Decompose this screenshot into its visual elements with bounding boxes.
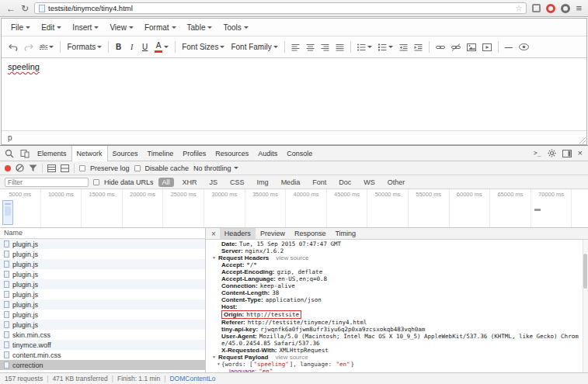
- tab-elements[interactable]: Elements: [33, 146, 71, 161]
- filter-pill-all[interactable]: All: [158, 178, 174, 187]
- request-row[interactable]: plugin.js: [0, 279, 205, 289]
- undo-button[interactable]: [5, 40, 21, 55]
- bullet-list-button[interactable]: [354, 40, 375, 55]
- details-tab-headers[interactable]: Headers: [220, 228, 256, 239]
- record-extension-icon[interactable]: [546, 4, 555, 13]
- align-right-button[interactable]: [318, 40, 332, 55]
- request-row[interactable]: skin.min.css: [0, 330, 205, 340]
- name-column-header[interactable]: Name: [0, 228, 205, 239]
- request-row[interactable]: plugin.js: [0, 289, 205, 299]
- disclosure-triangle-icon[interactable]: ▼: [217, 361, 221, 368]
- preserve-log-label[interactable]: Preserve log: [90, 164, 130, 172]
- tab-profiles[interactable]: Profiles: [178, 146, 210, 161]
- tab-audits[interactable]: Audits: [253, 146, 282, 161]
- request-row[interactable]: plugin.js: [0, 320, 205, 330]
- inspect-element-button[interactable]: [2, 146, 17, 161]
- request-row[interactable]: plugin.js: [0, 299, 205, 310]
- insert-image-button[interactable]: [464, 40, 479, 55]
- text-color-button[interactable]: A: [151, 40, 172, 55]
- dock-side-icon[interactable]: [562, 150, 572, 157]
- menu-insert[interactable]: Insert: [67, 21, 104, 34]
- menu-view[interactable]: View: [104, 21, 139, 34]
- tab-resources[interactable]: Resources: [210, 146, 253, 161]
- element-path[interactable]: p: [8, 133, 12, 142]
- menu-file[interactable]: File: [5, 21, 36, 34]
- request-row[interactable]: plugin.js: [0, 310, 205, 320]
- view-source-link[interactable]: view source: [275, 354, 308, 361]
- filter-pill-css[interactable]: CSS: [226, 178, 249, 187]
- font-sizes-dropdown[interactable]: Font Sizes: [179, 40, 228, 55]
- bookmark-star-icon[interactable]: ☆: [515, 5, 522, 12]
- filmstrip-frame[interactable]: [2, 200, 13, 225]
- disclosure-triangle-icon[interactable]: ▼: [212, 354, 216, 361]
- filter-pill-ws[interactable]: WS: [360, 178, 379, 187]
- font-family-dropdown[interactable]: Font Family: [228, 40, 280, 55]
- clear-button[interactable]: [16, 164, 24, 172]
- disclosure-triangle-icon[interactable]: ▼: [212, 254, 216, 261]
- resize-grip[interactable]: [578, 136, 586, 144]
- insert-media-button[interactable]: [479, 40, 495, 55]
- menu-format[interactable]: Format: [139, 21, 182, 34]
- filter-pill-other[interactable]: Other: [384, 178, 409, 187]
- extension-icon[interactable]: [532, 4, 541, 12]
- request-row[interactable]: plugin.js: [0, 249, 205, 259]
- filter-toggle-button[interactable]: [29, 164, 37, 172]
- settings-gear-icon[interactable]: [548, 149, 556, 157]
- filter-pill-img[interactable]: Img: [253, 178, 273, 187]
- refresh-button[interactable]: ↻: [21, 4, 29, 13]
- preview-button[interactable]: [516, 40, 532, 55]
- request-row[interactable]: plugin.js: [0, 259, 205, 269]
- menu-edit[interactable]: Edit: [36, 21, 67, 34]
- scrollbar[interactable]: [583, 240, 588, 372]
- filter-pill-js[interactable]: JS: [206, 178, 222, 187]
- request-row[interactable]: content.min.css: [0, 350, 205, 360]
- network-filter-input[interactable]: [5, 178, 89, 187]
- payload-preview-row[interactable]: ▼ {words: ["speeling"], language: "en"}: [210, 361, 580, 368]
- underline-button[interactable]: U: [138, 40, 151, 55]
- tab-timeline[interactable]: Timeline: [143, 146, 179, 161]
- redo-button[interactable]: [21, 40, 37, 55]
- disable-cache-checkbox[interactable]: [134, 165, 141, 171]
- bold-button[interactable]: B: [112, 40, 125, 55]
- insert-link-button[interactable]: [433, 40, 448, 55]
- spellcheck-dropdown-button[interactable]: abc: [37, 40, 57, 55]
- decrease-indent-button[interactable]: [396, 40, 411, 55]
- filter-pill-media[interactable]: Media: [277, 178, 304, 187]
- tab-sources[interactable]: Sources: [108, 146, 143, 161]
- network-overview-timeline[interactable]: 5000 ms 10000 ms 15000 ms 20000 ms 25000…: [0, 189, 588, 228]
- align-justify-button[interactable]: [332, 40, 347, 55]
- align-center-button[interactable]: [303, 40, 318, 55]
- close-details-button[interactable]: ×: [207, 228, 220, 239]
- view-source-link[interactable]: view source: [276, 254, 308, 261]
- request-row[interactable]: tinymce.woff: [0, 340, 205, 350]
- menu-table[interactable]: Table: [182, 21, 218, 34]
- tab-network[interactable]: Network: [71, 146, 108, 161]
- waterfall-request-bar[interactable]: [534, 209, 541, 211]
- throttling-dropdown[interactable]: No throttling: [193, 164, 238, 172]
- details-tab-response[interactable]: Response: [290, 228, 331, 239]
- italic-button[interactable]: I: [125, 40, 138, 55]
- scrollbar-thumb[interactable]: [583, 254, 587, 289]
- formats-dropdown[interactable]: Formats: [64, 40, 105, 55]
- menu-tools[interactable]: Tools: [217, 21, 253, 34]
- disable-cache-label[interactable]: Disable cache: [145, 164, 190, 172]
- device-mode-button[interactable]: [17, 146, 33, 161]
- misspelled-word[interactable]: speeling: [8, 62, 40, 71]
- tab-console[interactable]: Console: [282, 146, 317, 161]
- increase-indent-button[interactable]: [411, 40, 426, 55]
- record-network-button[interactable]: [5, 165, 11, 171]
- filmstrip-button[interactable]: [47, 164, 56, 172]
- back-button[interactable]: ←: [6, 4, 16, 13]
- align-left-button[interactable]: [288, 40, 303, 55]
- hide-data-urls-label[interactable]: Hide data URLs: [104, 178, 154, 186]
- request-row-selected[interactable]: correction: [0, 360, 205, 370]
- address-bar[interactable]: testsite/tinymce/tiny4.html ☆: [34, 2, 527, 14]
- close-devtools-button[interactable]: ×: [578, 149, 583, 157]
- details-tab-preview[interactable]: Preview: [256, 228, 290, 239]
- details-tab-timing[interactable]: Timing: [330, 228, 360, 239]
- filter-pill-doc[interactable]: Doc: [335, 178, 355, 187]
- request-row[interactable]: plugin.js: [0, 239, 205, 249]
- filter-pill-font[interactable]: Font: [308, 178, 330, 187]
- filter-pill-xhr[interactable]: XHR: [179, 178, 201, 187]
- numbered-list-button[interactable]: [375, 40, 396, 55]
